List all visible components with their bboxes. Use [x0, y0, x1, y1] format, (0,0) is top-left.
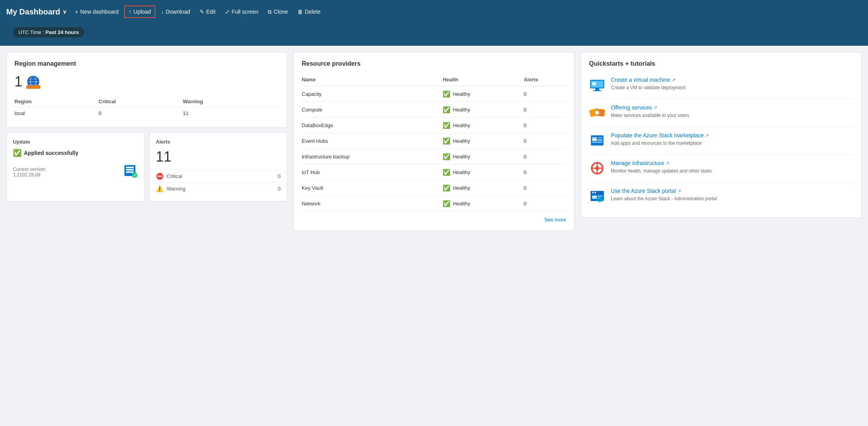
alert-count: 0 [524, 149, 566, 165]
new-dashboard-button[interactable]: + New dashboard [71, 6, 122, 17]
clone-icon: ⧉ [268, 9, 272, 15]
marketplace-icon [589, 132, 605, 149]
version-number: 1.2102.28.89 [13, 172, 40, 178]
quickstart-description: Monitor health, manage updates and other… [611, 168, 712, 174]
download-label: Download [166, 9, 190, 15]
alert-count: 0 [524, 118, 566, 133]
health-status: Healthy [453, 122, 470, 128]
table-row[interactable]: Capacity ✅ Healthy 0 [302, 86, 566, 102]
quickstart-link[interactable]: Manage infrastructure ↗ [611, 160, 712, 166]
see-more-link[interactable]: See more [544, 217, 566, 223]
region-critical: 0 [99, 107, 183, 120]
health-green-icon: ✅ [443, 184, 450, 192]
top-bar: UTC Time : Past 24 hours [0, 23, 868, 46]
svg-rect-16 [593, 90, 601, 91]
quickstart-text: Populate the Azure Stack marketplace ↗ A… [611, 132, 709, 147]
svg-rect-33 [598, 196, 602, 197]
health-green-icon: ✅ [443, 122, 450, 129]
quickstart-item-portal[interactable]: Use the Azure Stack portal ↗ Learn about… [589, 182, 854, 210]
alert-count: 0 [524, 196, 566, 212]
health-green-icon: ✅ [443, 90, 450, 98]
time-badge: UTC Time : Past 24 hours [13, 27, 85, 38]
alerts-card: Alerts 11 ⛔ Critical 0 ⚠️ Warning 0 [149, 132, 287, 201]
quickstart-text: Offering services ↗ Make services availa… [611, 104, 689, 119]
table-row[interactable]: IoT Hub ✅ Healthy 0 [302, 165, 566, 180]
dashboard-title: My Dashboard ∨ [6, 7, 67, 16]
quickstart-label: Populate the Azure Stack marketplace [611, 132, 704, 138]
svg-rect-15 [595, 88, 599, 90]
health-cell: ✅ Healthy [443, 137, 524, 145]
svg-rect-6 [26, 85, 40, 89]
main-content: Region management 1 Region Criti [0, 46, 868, 426]
table-row[interactable]: Network ✅ Healthy 0 [302, 196, 566, 212]
quickstart-description: Create a VM to validate deployment [611, 84, 686, 91]
provider-name: IoT Hub [302, 165, 443, 180]
table-row[interactable]: Infrastructure backup ✅ Healthy 0 [302, 149, 566, 165]
download-button[interactable]: ↓ Download [157, 6, 194, 17]
svg-rect-17 [592, 82, 596, 85]
quickstart-item-offering-services[interactable]: Offering services ↗ Make services availa… [589, 99, 854, 127]
critical-label: Critical [167, 173, 182, 179]
edit-button[interactable]: ✎ Edit [196, 6, 220, 17]
alerts-title: Alerts [156, 139, 281, 145]
trash-icon: 🗑 [297, 9, 303, 15]
quickstart-label: Manage infrastructure [611, 160, 664, 166]
delete-button[interactable]: 🗑 Delete [294, 6, 324, 17]
region-warning: 11 [183, 107, 279, 120]
quickstart-description: Learn about the Azure Stack - Administra… [611, 196, 717, 202]
resource-providers-title: Resource providers [302, 60, 566, 67]
warning-count: 0 [278, 186, 281, 192]
health-status: Healthy [453, 185, 470, 191]
providers-table: Name Health Alerts Capacity ✅ Healthy 0 … [302, 74, 566, 212]
update-title: Update [13, 139, 138, 145]
table-row[interactable]: Compute ✅ Healthy 0 [302, 102, 566, 118]
warning-col-header: Warning [183, 96, 279, 107]
quickstart-link[interactable]: Create a virtual machine ↗ [611, 77, 686, 83]
upload-icon: ↑ [129, 9, 131, 15]
alert-count: 0 [524, 102, 566, 118]
health-status: Healthy [453, 154, 470, 160]
table-row[interactable]: Event Hubs ✅ Healthy 0 [302, 133, 566, 149]
portal-icon [589, 188, 605, 204]
external-link-icon: ↗ [672, 77, 675, 83]
alert-count: 0 [524, 165, 566, 180]
time-prefix: UTC Time : [18, 29, 45, 35]
region-management-column: Region management 1 Region Criti [6, 52, 287, 201]
quickstart-link[interactable]: Offering services ↗ [611, 104, 689, 111]
health-status: Healthy [453, 169, 470, 175]
quickstarts-title: Quickstarts + tutorials [589, 60, 854, 67]
see-more[interactable]: See more [302, 216, 566, 223]
svg-rect-8 [126, 167, 134, 168]
clone-label: Clone [274, 9, 288, 15]
version-label: Current version: [13, 167, 46, 172]
header: My Dashboard ∨ + New dashboard ↑ Upload … [0, 0, 868, 23]
chevron-down-icon[interactable]: ∨ [63, 9, 67, 15]
clone-button[interactable]: ⧉ Clone [264, 6, 292, 18]
quickstart-item-create-vm[interactable]: Create a virtual machine ↗ Create a VM t… [589, 74, 854, 99]
svg-point-27 [595, 166, 599, 170]
health-cell: ✅ Healthy [443, 169, 524, 176]
provider-name: Event Hubs [302, 133, 443, 149]
edit-icon: ✎ [200, 9, 204, 15]
svg-text:✓: ✓ [133, 173, 136, 178]
quickstart-link[interactable]: Use the Azure Stack portal ↗ [611, 188, 717, 194]
quickstart-item-marketplace[interactable]: Populate the Azure Stack marketplace ↗ A… [589, 127, 854, 155]
health-green-icon: ✅ [443, 137, 450, 145]
health-green-icon: ✅ [443, 169, 450, 176]
table-row[interactable]: DataBoxEdge ✅ Healthy 0 [302, 118, 566, 133]
delete-label: Delete [305, 9, 321, 15]
alert-count: 0 [524, 180, 566, 196]
quickstart-description: Add apps and resources to the marketplac… [611, 140, 709, 147]
external-link-icon: ↗ [654, 105, 657, 110]
fullscreen-button[interactable]: ⤢ Full screen [221, 6, 262, 17]
title-text: My Dashboard [6, 7, 60, 16]
quickstart-link[interactable]: Populate the Azure Stack marketplace ↗ [611, 132, 709, 138]
quickstart-item-manage-infra[interactable]: Manage infrastructure ↗ Monitor health, … [589, 155, 854, 182]
external-link-icon: ↗ [666, 161, 669, 166]
alerts-count: 11 [156, 149, 281, 165]
upload-button[interactable]: ↑ Upload [124, 5, 155, 18]
region-col-header: Region [14, 96, 99, 107]
health-cell: ✅ Healthy [443, 122, 524, 129]
external-link-icon: ↗ [677, 189, 681, 194]
table-row[interactable]: Key Vault ✅ Healthy 0 [302, 180, 566, 196]
